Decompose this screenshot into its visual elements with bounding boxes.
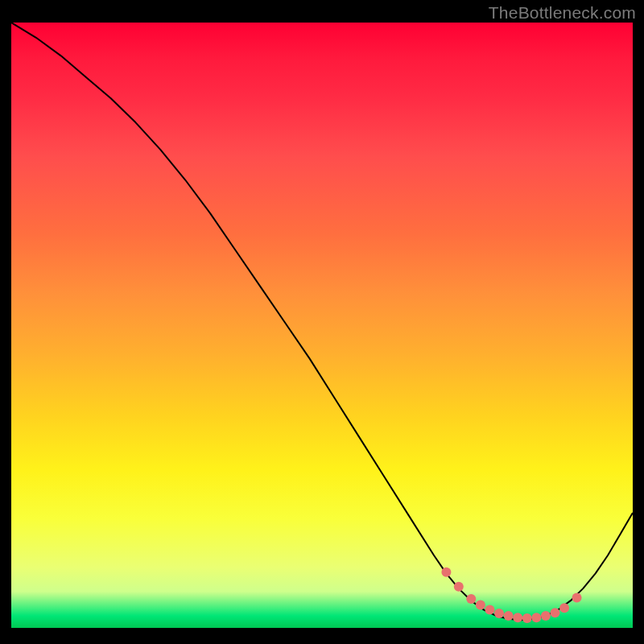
chart-stage: TheBottleneck.com (0, 0, 644, 644)
marker-dot (541, 611, 551, 621)
marker-dot (531, 613, 541, 622)
marker-dot (454, 582, 464, 592)
marker-dot (476, 600, 485, 609)
marker-dot (559, 603, 569, 613)
marker-dot (522, 613, 532, 623)
marker-dot (466, 594, 476, 604)
marker-dot (504, 611, 514, 621)
plot-area (11, 23, 633, 628)
bottleneck-curve (11, 23, 633, 620)
marker-dot (485, 605, 494, 614)
marker-dot (441, 568, 451, 577)
watermark-text: TheBottleneck.com (489, 3, 636, 23)
marker-dot (551, 608, 560, 617)
marker-dot (494, 609, 504, 618)
optimal-zone-markers (441, 568, 581, 623)
marker-dot (513, 613, 522, 622)
marker-dot (572, 592, 582, 602)
plot-svg (11, 23, 633, 628)
